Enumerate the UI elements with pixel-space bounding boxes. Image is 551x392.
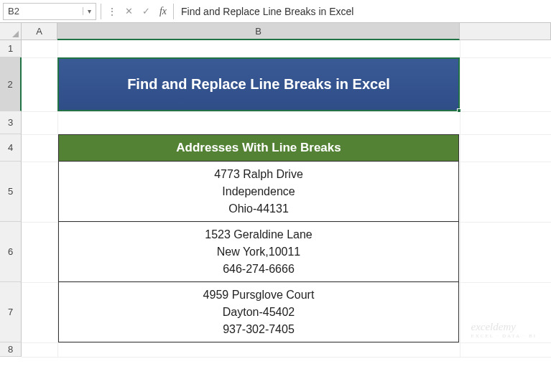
cell-grid[interactable]: Find and Replace Line Breaks in Excel Ad… xyxy=(22,40,551,357)
col-head-b[interactable]: B xyxy=(57,23,460,40)
address-line: Independence xyxy=(222,183,295,200)
table-header-text: Addresses With Line Breaks xyxy=(176,141,341,155)
watermark-sub: EXCEL · DATA · BI xyxy=(471,333,537,339)
column-headers: A B xyxy=(22,23,551,40)
row-head-6[interactable]: 6 xyxy=(0,222,22,282)
address-line: Dayton-45402 xyxy=(223,304,295,321)
select-all-corner[interactable] xyxy=(0,23,22,40)
cell-b4-table-header[interactable]: Addresses With Line Breaks xyxy=(58,134,459,162)
name-box[interactable]: B2 xyxy=(4,6,83,17)
row-head-2[interactable]: 2 xyxy=(0,57,22,111)
cancel-icon: ✕ xyxy=(120,6,137,17)
divider xyxy=(101,4,101,19)
name-box-wrap[interactable]: B2 ▾ xyxy=(3,3,96,20)
formula-input[interactable]: Find and Replace Line Breaks in Excel xyxy=(175,6,551,17)
row-head-5[interactable]: 5 xyxy=(0,162,22,222)
row-head-1[interactable]: 1 xyxy=(0,40,22,57)
enter-icon: ✓ xyxy=(137,6,154,17)
address-line: 4773 Ralph Drive xyxy=(214,166,303,183)
address-line: Ohio-44131 xyxy=(228,200,289,218)
row-head-4[interactable]: 4 xyxy=(0,134,22,162)
title-text: Find and Replace Line Breaks in Excel xyxy=(127,76,390,93)
divider xyxy=(173,4,174,19)
address-line: 646-274-6666 xyxy=(223,261,295,278)
gridline xyxy=(22,357,551,358)
cell-b2-title[interactable]: Find and Replace Line Breaks in Excel xyxy=(58,58,459,111)
formula-bar: B2 ▾ ⋮ ✕ ✓ fx Find and Replace Line Brea… xyxy=(0,0,551,23)
cell-b5-address[interactable]: 4773 Ralph Drive Independence Ohio-44131 xyxy=(58,162,459,222)
address-line: 4959 Pursglove Court xyxy=(203,286,315,304)
row-headers: 1 2 3 4 5 6 7 8 xyxy=(0,40,22,357)
address-line: New York,10011 xyxy=(217,243,301,261)
name-box-dropdown-icon[interactable]: ▾ xyxy=(83,7,96,15)
dots-icon: ⋮ xyxy=(103,6,120,17)
gridline xyxy=(460,40,460,357)
formula-buttons: ⋮ ✕ ✓ fx xyxy=(103,3,172,20)
watermark: exceldemy EXCEL · DATA · BI xyxy=(471,321,537,339)
cell-b6-address[interactable]: 1523 Geraldine Lane New York,10011 646-2… xyxy=(58,222,459,282)
row-head-8[interactable]: 8 xyxy=(0,342,22,357)
gridline xyxy=(22,342,551,343)
address-line: 1523 Geraldine Lane xyxy=(205,226,312,243)
col-head-c[interactable] xyxy=(460,23,551,40)
gridline xyxy=(22,111,551,112)
row-head-7[interactable]: 7 xyxy=(0,282,22,342)
fx-icon[interactable]: fx xyxy=(154,6,172,17)
col-head-a[interactable]: A xyxy=(22,23,57,40)
address-line: 937-302-7405 xyxy=(223,321,295,338)
watermark-text: exceldemy xyxy=(471,321,537,333)
row-head-3[interactable]: 3 xyxy=(0,111,22,134)
cell-b7-address[interactable]: 4959 Pursglove Court Dayton-45402 937-30… xyxy=(58,282,459,342)
